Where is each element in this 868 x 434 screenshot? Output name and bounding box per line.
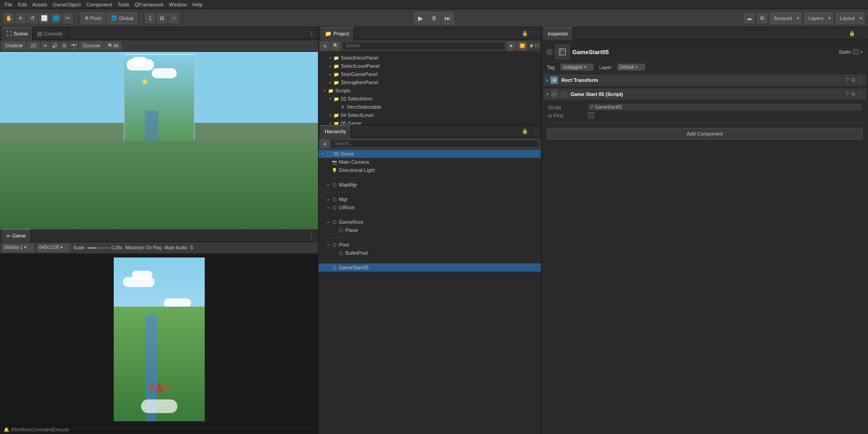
static-dropdown-arrow[interactable]: ▾ bbox=[860, 50, 863, 55]
scale-slider[interactable] bbox=[87, 247, 110, 249]
static-checkbox[interactable] bbox=[853, 49, 858, 55]
menu-assets[interactable]: Assets bbox=[30, 2, 50, 7]
tab-console[interactable]: ▤ Console bbox=[33, 27, 67, 40]
move-tool[interactable]: ✛ bbox=[15, 13, 25, 23]
gizmos-dropdown[interactable]: Gizmos ▾ bbox=[79, 41, 103, 50]
list-item[interactable]: ⬡ Plane bbox=[318, 226, 541, 234]
list-item[interactable]: ⬡ Mgr bbox=[318, 195, 541, 203]
project-lock-icon[interactable]: 🔒 bbox=[521, 30, 529, 38]
list-item[interactable]: ⬡ MapMgr bbox=[318, 181, 541, 189]
favorite-icon[interactable]: ★ bbox=[507, 41, 516, 50]
rect-transform-header[interactable]: ▸ ⊞ Rect Transform ? ⚙ ⋮ bbox=[544, 75, 866, 86]
tab-scene[interactable]: ⛶ Scene bbox=[2, 27, 33, 40]
add-component-button[interactable]: Add Component bbox=[547, 128, 863, 140]
list-item[interactable]: 📷 Main Camera bbox=[318, 158, 541, 166]
grid-button[interactable]: ⊞ bbox=[157, 13, 167, 23]
hierarchy-add-btn[interactable]: + bbox=[320, 139, 329, 148]
scene-audio-icon[interactable]: 🔊 bbox=[50, 42, 59, 50]
global-button[interactable]: 🌐 Global bbox=[107, 12, 137, 24]
help-icon[interactable]: ? bbox=[846, 91, 849, 97]
tree-arrow[interactable] bbox=[326, 205, 331, 210]
hierarchy-lock-icon[interactable]: 🔒 bbox=[521, 127, 529, 136]
menu-edit[interactable]: Edit bbox=[15, 2, 30, 7]
snap-button[interactable]: 1 bbox=[145, 13, 155, 23]
tree-arrow[interactable] bbox=[328, 55, 333, 61]
layer-dropdown[interactable]: Default bbox=[617, 64, 646, 71]
tree-arrow[interactable] bbox=[326, 219, 331, 225]
resolution-dropdown[interactable]: 640x1136 ▾ bbox=[37, 244, 71, 252]
list-item[interactable]: ⬡ BulletPool bbox=[318, 249, 541, 257]
list-item[interactable]: 📁05 Game bbox=[320, 119, 539, 125]
more-icon[interactable]: ⋮ bbox=[858, 77, 863, 83]
scene-panel-menu[interactable]: ⋮ bbox=[307, 29, 316, 38]
rect-tool[interactable]: 🌐 bbox=[51, 13, 61, 23]
shaded-dropdown[interactable]: Shaded ▾ bbox=[2, 41, 26, 50]
list-item[interactable]: ⬡ Pool bbox=[318, 241, 541, 249]
settings-icon[interactable]: ⚙ bbox=[851, 91, 856, 97]
tab-game[interactable]: ∞ Game bbox=[2, 229, 31, 242]
scene-light-icon[interactable]: ☀ bbox=[41, 42, 49, 50]
step-button[interactable]: ⏭ bbox=[441, 12, 454, 25]
gameobject-active-checkbox[interactable]: ✓ bbox=[547, 49, 552, 55]
all-dropdown[interactable]: 🔍 All bbox=[105, 41, 121, 50]
list-item[interactable]: ⛶ 05 Game ⋮ bbox=[318, 150, 541, 158]
scene-view[interactable] bbox=[0, 52, 318, 229]
tree-arrow[interactable] bbox=[326, 182, 331, 187]
cloud-icon[interactable]: ☁ bbox=[744, 13, 754, 23]
pause-button[interactable]: ⏸ bbox=[428, 12, 440, 25]
gamestart05-header[interactable]: ▾ # ✓ Game Start 05 (Script) ? ⚙ ⋮ bbox=[544, 89, 866, 100]
tree-arrow[interactable] bbox=[328, 121, 333, 125]
list-item[interactable]: 📁04 SelectLevel bbox=[320, 111, 539, 119]
play-button[interactable]: ▶ bbox=[414, 12, 427, 25]
tab-hierarchy[interactable]: Hierarchy bbox=[320, 125, 351, 138]
list-item[interactable]: ⬡ GameRoot bbox=[318, 218, 541, 226]
tab-project[interactable]: 📁 Project bbox=[320, 27, 354, 40]
menu-tools[interactable]: Tools bbox=[115, 2, 132, 7]
component-expand-icon[interactable]: ▸ bbox=[546, 78, 549, 82]
project-search-input[interactable] bbox=[342, 42, 505, 50]
scale-tool[interactable]: ⬜ bbox=[39, 13, 49, 23]
display-dropdown[interactable]: Display 1 ▾ bbox=[2, 244, 34, 252]
list-item[interactable]: 📁StrengthenPanel bbox=[320, 78, 539, 86]
tab-inspector[interactable]: Inspector bbox=[543, 27, 573, 40]
menu-component[interactable]: Component bbox=[83, 2, 115, 7]
menu-window[interactable]: Window bbox=[167, 2, 190, 7]
tree-arrow[interactable] bbox=[322, 88, 328, 93]
menu-gameobject[interactable]: GameObject bbox=[50, 2, 84, 7]
pivot-button[interactable]: ⊕ Pivot bbox=[81, 12, 105, 24]
tag-dropdown[interactable]: Untagged bbox=[560, 64, 594, 71]
tree-arrow[interactable] bbox=[326, 242, 331, 247]
project-menu-btn[interactable]: ⋮ bbox=[531, 30, 539, 38]
layers-dropdown[interactable]: Layers bbox=[804, 12, 833, 24]
component-enabled-checkbox[interactable]: ✓ bbox=[561, 91, 567, 97]
search-icon-btn[interactable]: 🔍 bbox=[331, 41, 340, 50]
list-item[interactable]: 📁SelectHeroPanel bbox=[320, 54, 539, 62]
tree-arrow[interactable] bbox=[328, 80, 333, 85]
collab-icon[interactable]: ⚙ bbox=[757, 13, 767, 23]
inspector-menu-btn[interactable]: ⋮ bbox=[858, 30, 866, 38]
list-item[interactable]: ⬡ GameStart05 bbox=[318, 263, 541, 272]
maximize-on-play-label[interactable]: Maximize On Play bbox=[125, 245, 162, 250]
tree-arrow[interactable] bbox=[328, 96, 333, 101]
transform-tool[interactable]: ✂ bbox=[63, 13, 73, 23]
tree-arrow[interactable] bbox=[320, 151, 326, 156]
help-icon[interactable]: ? bbox=[846, 77, 849, 83]
hierarchy-search-input[interactable] bbox=[331, 140, 539, 148]
mute-audio-label[interactable]: Mute Audio bbox=[165, 245, 187, 250]
list-item[interactable]: 💡 Directional Light bbox=[318, 166, 541, 174]
hierarchy-menu-btn[interactable]: ⋮ bbox=[531, 127, 539, 136]
scene-fx-icon[interactable]: ⚙ bbox=[60, 42, 68, 50]
2d-button[interactable]: 2D bbox=[27, 41, 40, 50]
isfirst-checkbox[interactable] bbox=[588, 112, 594, 118]
component-expand-icon[interactable]: ▾ bbox=[546, 92, 549, 96]
tree-arrow[interactable] bbox=[328, 112, 333, 118]
inspector-lock-icon[interactable]: 🔒 bbox=[848, 30, 856, 38]
list-item[interactable]: ⬡ UIRoot bbox=[318, 203, 541, 212]
scene-camera-icon[interactable]: 📷 bbox=[70, 42, 78, 50]
tree-arrow[interactable] bbox=[326, 197, 331, 202]
list-item[interactable]: #HeroSelectable bbox=[320, 103, 539, 111]
script-value[interactable]: # GameStart05 bbox=[588, 104, 861, 111]
stats-label[interactable]: S bbox=[190, 245, 193, 250]
game-panel-menu[interactable]: ⋮ bbox=[307, 231, 316, 240]
filter-icon[interactable]: 🔽 bbox=[518, 41, 527, 50]
